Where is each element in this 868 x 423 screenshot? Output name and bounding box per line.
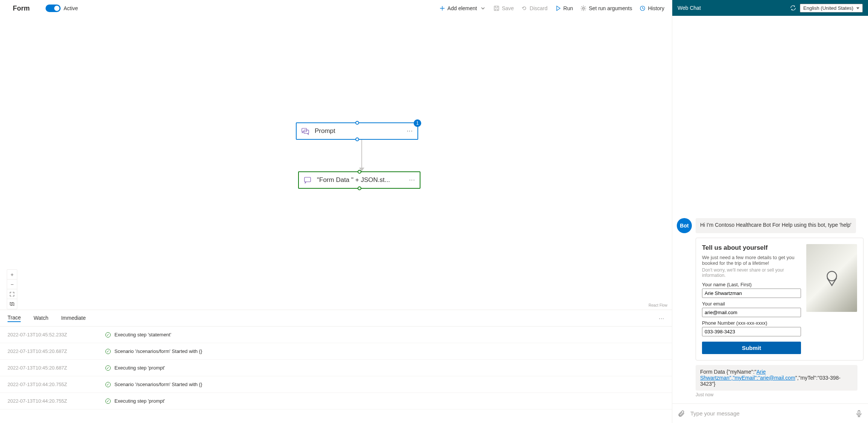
node-badge: 1	[414, 119, 421, 127]
trace-timestamp: 2022-07-13T10:45:20.687Z	[8, 348, 75, 354]
page-title: Form	[13, 5, 30, 12]
undo-icon	[521, 5, 527, 11]
add-element-button[interactable]: Add element	[439, 5, 486, 11]
history-icon	[640, 5, 646, 11]
trace-timestamp: 2022-07-13T10:44:20.755Z	[8, 382, 75, 387]
statement-icon	[303, 176, 312, 184]
web-chat-body[interactable]: Bot Hi I'm Contoso Healthcare Bot For He…	[672, 16, 868, 403]
check-icon: ✓	[105, 399, 111, 404]
trace-row: 2022-07-13T10:44:20.755Z ✓ Executing ste…	[0, 393, 672, 409]
active-toggle[interactable]	[46, 5, 61, 12]
name-input[interactable]	[702, 289, 801, 298]
web-chat-title: Web Chat	[678, 5, 701, 11]
card-image	[806, 244, 857, 312]
chat-spacer	[672, 19, 868, 216]
trace-list[interactable]: 2022-07-13T10:45:52.233Z ✓ Executing ste…	[0, 327, 672, 423]
add-element-label: Add element	[448, 5, 477, 11]
bot-avatar: Bot	[677, 218, 692, 233]
phone-input[interactable]	[702, 327, 801, 336]
trace-row: 2022-07-13T10:45:52.233Z ✓ Executing ste…	[0, 327, 672, 343]
bottom-tabs: Trace Watch Immediate ···	[0, 310, 672, 327]
phone-label: Phone Number (xxx-xxx-xxxx)	[702, 320, 801, 326]
card-title: Tell us about yourself	[702, 244, 801, 252]
flow-edge	[361, 140, 362, 171]
panel-more-icon[interactable]: ···	[659, 315, 664, 321]
active-toggle-label: Active	[64, 5, 78, 11]
plus-icon	[439, 5, 445, 11]
microphone-icon[interactable]	[855, 410, 863, 417]
tab-watch[interactable]: Watch	[34, 315, 48, 322]
toolbar-left: Form Active	[8, 5, 78, 12]
set-run-args-button[interactable]: Set run arguments	[580, 5, 632, 11]
svg-rect-5	[305, 177, 311, 182]
attachment-icon[interactable]	[678, 410, 685, 417]
node-more-icon[interactable]: ···	[409, 177, 415, 183]
fit-view-button[interactable]	[7, 289, 17, 299]
history-label: History	[648, 5, 664, 11]
chat-input-bar	[672, 403, 868, 423]
save-icon	[493, 5, 499, 11]
node-prompt-label: Prompt	[315, 127, 402, 135]
refresh-icon[interactable]	[790, 5, 796, 11]
canvas-controls: + −	[7, 269, 17, 309]
submit-button[interactable]: Submit	[702, 342, 801, 354]
history-button[interactable]: History	[640, 5, 664, 11]
react-flow-attribution: React Flow	[649, 303, 667, 307]
save-button: Save	[493, 5, 514, 11]
discard-label: Discard	[530, 5, 547, 11]
check-icon: ✓	[105, 365, 111, 371]
run-label: Run	[563, 5, 573, 11]
discard-button: Discard	[521, 5, 547, 11]
trace-row: 2022-07-13T10:45:20.687Z ✓ Scenario '/sc…	[0, 343, 672, 360]
card-note: Don't worry, we'll never share or sell y…	[702, 267, 801, 278]
node-prompt[interactable]: Prompt ··· 1	[296, 122, 418, 140]
trace-row: 2022-07-13T10:44:20.755Z ✓ Scenario '/sc…	[0, 376, 672, 393]
trace-message: ✓ Executing step 'statement'	[105, 332, 171, 337]
zoom-in-button[interactable]: +	[7, 270, 17, 279]
adaptive-card: Tell us about yourself We just need a fe…	[696, 238, 863, 360]
message-timestamp: Just now	[696, 392, 863, 397]
node-port-top[interactable]	[358, 170, 361, 174]
node-port-bottom[interactable]	[358, 186, 361, 190]
node-port-top[interactable]	[355, 121, 359, 125]
check-icon: ✓	[105, 332, 111, 337]
play-icon	[555, 5, 561, 11]
active-toggle-group: Active	[46, 5, 78, 12]
email-label: Your email	[702, 301, 801, 307]
web-chat-header: Web Chat English (United States)	[672, 0, 868, 16]
tab-immediate[interactable]: Immediate	[61, 315, 85, 322]
language-dropdown[interactable]: English (United States)	[800, 4, 863, 12]
card-subtitle: We just need a few more details to get y…	[702, 255, 801, 266]
trace-message: ✓ Scenario '/scenarios/form' Started wit…	[105, 348, 202, 354]
trace-timestamp: 2022-07-13T10:45:52.233Z	[8, 332, 75, 337]
chat-text-input[interactable]	[690, 410, 850, 417]
toolbar-right: Add element Save Discard	[439, 5, 664, 11]
bot-greeting-bubble: Hi I'm Contoso Healthcare Bot For Help u…	[696, 218, 856, 233]
trace-timestamp: 2022-07-13T10:45:20.687Z	[8, 365, 75, 371]
web-chat-panel: Web Chat English (United States) Bot Hi …	[672, 0, 868, 423]
node-port-bottom[interactable]	[355, 137, 359, 141]
name-label: Your name (Last, First)	[702, 282, 801, 287]
bot-message-row: Bot Hi I'm Contoso Healthcare Bot For He…	[672, 216, 868, 235]
tab-trace[interactable]: Trace	[8, 315, 21, 322]
chevron-down-icon	[480, 5, 486, 11]
email-input[interactable]	[702, 308, 801, 317]
toolbar: Form Active Add element Save	[0, 0, 672, 17]
flow-canvas[interactable]: Prompt ··· 1 "Form Data " + JSON.st... ·…	[0, 17, 672, 310]
check-icon: ✓	[105, 382, 111, 387]
node-statement[interactable]: "Form Data " + JSON.st... ···	[298, 171, 420, 189]
prompt-icon	[301, 127, 309, 135]
trace-timestamp: 2022-07-13T10:44:20.755Z	[8, 398, 75, 404]
card-main: Tell us about yourself We just need a fe…	[702, 244, 801, 354]
run-button[interactable]: Run	[555, 5, 573, 11]
svg-rect-0	[494, 6, 499, 11]
save-label: Save	[502, 5, 514, 11]
check-icon: ✓	[105, 349, 111, 354]
svg-rect-7	[858, 410, 860, 414]
zoom-out-button[interactable]: −	[7, 279, 17, 289]
node-more-icon[interactable]: ···	[407, 128, 413, 134]
trace-row: 2022-07-13T10:45:20.687Z ✓ Executing ste…	[0, 360, 672, 376]
minimap-button[interactable]	[7, 299, 17, 309]
trace-message: ✓ Scenario '/scenarios/form' Started wit…	[105, 382, 202, 387]
form-data-result-bubble: Form Data {"myName":"Arie Shwartzman","m…	[696, 365, 857, 391]
